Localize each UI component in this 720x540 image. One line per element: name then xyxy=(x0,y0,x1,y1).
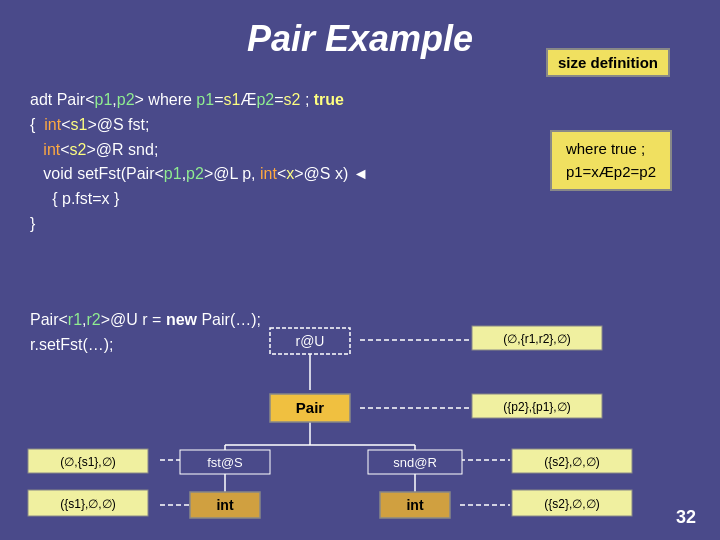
where-box-line2: p1=xÆp2=p2 xyxy=(566,161,656,184)
code-line-4: void setFst(Pair<p1,p2>@L p, int<x>@S x)… xyxy=(30,162,369,187)
code-area: adt Pair<p1,p2> where p1=s1Æp2=s2 ; true… xyxy=(30,88,369,237)
svg-text:({s2},∅,∅): ({s2},∅,∅) xyxy=(544,455,599,469)
svg-text:({s2},∅,∅): ({s2},∅,∅) xyxy=(544,497,599,511)
page-number: 32 xyxy=(676,507,696,528)
svg-text:(∅,{s1},∅): (∅,{s1},∅) xyxy=(60,455,115,469)
svg-text:(∅,{r1,r2},∅): (∅,{r1,r2},∅) xyxy=(503,332,570,346)
svg-text:int: int xyxy=(216,497,233,513)
slide: Pair Example size definition adt Pair<p1… xyxy=(0,0,720,540)
where-box-line1: where true ; xyxy=(566,138,656,161)
graph-svg: r@U Pair fst@S int snd@R int (∅,{r1,r2},… xyxy=(0,290,720,530)
svg-text:fst@S: fst@S xyxy=(207,455,243,470)
size-definition-box: size definition xyxy=(546,48,670,77)
code-line-3: int<s2>@R snd; xyxy=(30,138,369,163)
code-line-2: { int<s1>@S fst; xyxy=(30,113,369,138)
code-line-6: } xyxy=(30,212,369,237)
svg-text:Pair: Pair xyxy=(296,399,325,416)
svg-text:({p2},{p1},∅): ({p2},{p1},∅) xyxy=(503,400,570,414)
svg-text:int: int xyxy=(406,497,423,513)
code-line-1: adt Pair<p1,p2> where p1=s1Æp2=s2 ; true xyxy=(30,88,369,113)
svg-text:({s1},∅,∅): ({s1},∅,∅) xyxy=(60,497,115,511)
code-line-5: { p.fst=x } xyxy=(30,187,369,212)
svg-text:r@U: r@U xyxy=(296,333,325,349)
where-true-box: where true ; p1=xÆp2=p2 xyxy=(550,130,672,191)
svg-text:snd@R: snd@R xyxy=(393,455,437,470)
